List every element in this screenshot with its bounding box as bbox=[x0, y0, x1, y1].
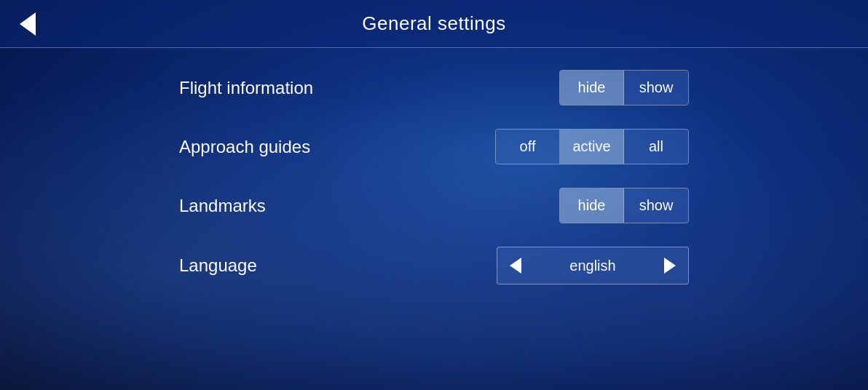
header: General settings bbox=[0, 0, 868, 48]
landmarks-label: Landmarks bbox=[179, 196, 339, 216]
approach-guides-label: Approach guides bbox=[179, 137, 339, 157]
language-next-icon bbox=[664, 258, 676, 274]
landmarks-toggle: hide show bbox=[559, 188, 689, 223]
page-title: General settings bbox=[362, 12, 505, 35]
approach-guides-toggle: off active all bbox=[495, 129, 689, 164]
language-control: english bbox=[497, 247, 689, 284]
language-label: Language bbox=[179, 255, 339, 276]
language-next-button[interactable] bbox=[652, 247, 688, 284]
flight-information-row: Flight information hide show bbox=[179, 70, 689, 106]
approach-guides-off-btn[interactable]: off bbox=[496, 130, 560, 164]
language-row: Language english bbox=[179, 247, 689, 284]
landmarks-row: Landmarks hide show bbox=[179, 188, 689, 223]
language-prev-button[interactable] bbox=[497, 247, 534, 284]
flight-information-toggle: hide show bbox=[559, 70, 689, 106]
approach-guides-row: Approach guides off active all bbox=[179, 129, 689, 164]
back-button[interactable] bbox=[12, 8, 44, 40]
flight-information-hide-btn[interactable]: hide bbox=[560, 71, 624, 105]
language-prev-icon bbox=[510, 258, 521, 274]
approach-guides-all-btn[interactable]: all bbox=[624, 130, 688, 164]
approach-guides-active-btn[interactable]: active bbox=[560, 130, 624, 164]
flight-information-label: Flight information bbox=[179, 78, 339, 98]
flight-information-show-btn[interactable]: show bbox=[624, 71, 688, 105]
landmarks-show-btn[interactable]: show bbox=[624, 188, 688, 223]
landmarks-hide-btn[interactable]: hide bbox=[560, 188, 624, 223]
language-value: english bbox=[534, 258, 652, 274]
settings-content: Flight information hide show Approach gu… bbox=[0, 48, 868, 284]
back-arrow-icon bbox=[20, 12, 36, 36]
